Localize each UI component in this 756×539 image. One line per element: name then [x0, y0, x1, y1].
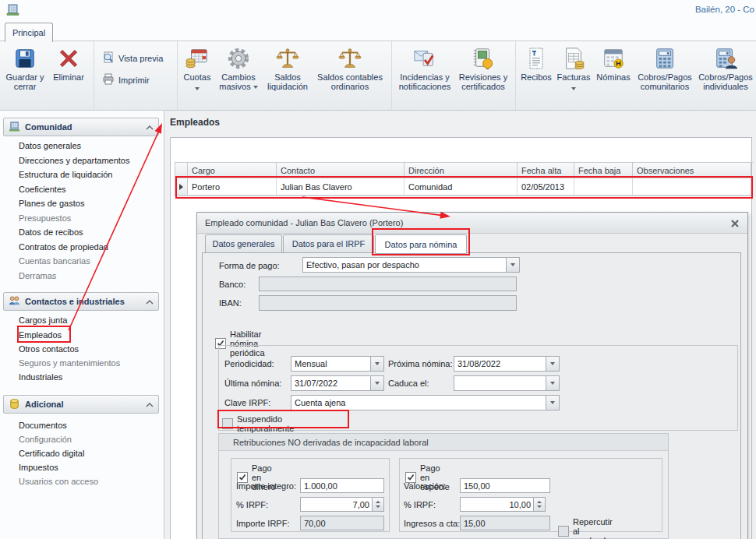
sidebar-group-comunidad[interactable]: Comunidad: [3, 118, 159, 136]
spinner-arrows-icon[interactable]: [372, 498, 383, 511]
clave-irpf-combobox[interactable]: Cuenta ajena: [291, 395, 560, 410]
sidebar-item-otros-contactos[interactable]: Otros contactos: [19, 344, 79, 356]
cell-fecha-alta[interactable]: 02/05/2013: [518, 178, 574, 196]
repercutir-checkbox[interactable]: Repercutir al empleado: [558, 517, 613, 539]
recibos-button[interactable]: Recibos: [518, 43, 554, 96]
calculator-icon: [653, 44, 677, 72]
dialog-title-bar[interactable]: Empleado comunidad - Julian Bas Clavero …: [197, 213, 747, 234]
sidebar-item-derramas[interactable]: Derramas: [19, 271, 56, 283]
pct-irpf-dinero-spinner[interactable]: 7,00: [300, 497, 384, 512]
sidebar-item-presupuestos[interactable]: Presupuestos: [19, 213, 71, 225]
importe-irpf-label: Importe IRPF:: [236, 519, 289, 528]
sidebar-item-coeficientes[interactable]: Coeficientes: [19, 185, 66, 196]
tab-principal[interactable]: Principal: [5, 23, 53, 42]
chevron-down-icon[interactable]: [370, 376, 383, 390]
forma-pago-label: Forma de pago:: [219, 261, 280, 270]
sidebar-item-estructura-liquidacion[interactable]: Estructura de liquidación: [19, 170, 112, 181]
forma-pago-combobox[interactable]: Efectivo, pasan por despacho: [302, 257, 520, 273]
sidebar-item-industriales[interactable]: Industriales: [19, 372, 62, 384]
revisiones-button[interactable]: Revisiones y certificados: [455, 43, 511, 96]
sidebar-item-configuracion[interactable]: Configuración: [19, 435, 72, 446]
column-header-fecha-alta[interactable]: Fecha alta: [518, 163, 574, 178]
sidebar-item-usuarios-acceso[interactable]: Usuarios con acceso: [19, 477, 98, 488]
saldos-liquidacion-button[interactable]: Saldos liquidación: [263, 43, 313, 96]
imprimir-button[interactable]: Imprimir: [97, 72, 168, 88]
sidebar-item-datos-generales[interactable]: Datos generales: [19, 141, 81, 153]
vista-previa-button[interactable]: Vista previa: [97, 51, 168, 66]
sidebar-item-cargos-junta[interactable]: Cargos junta: [19, 315, 67, 327]
cobros-pagos-comunitarios-button[interactable]: Cobros/Pagos comunitarios: [634, 43, 696, 96]
suspendido-checkbox[interactable]: Suspendido temporalmente: [222, 414, 294, 433]
tab-datos-irpf[interactable]: Datos para el IRPF: [283, 234, 374, 253]
proxima-nomina-label: Próxima nómina:: [388, 359, 453, 368]
importe-integro-label: Importe integro:: [236, 481, 296, 491]
column-header-observaciones[interactable]: Observaciones: [633, 163, 751, 178]
calculator-person-icon: [714, 44, 737, 72]
column-header-cargo[interactable]: Cargo: [188, 163, 277, 178]
table-row[interactable]: Portero Julian Bas Clavero Comunidad 02/…: [175, 178, 753, 196]
table-header-row: Cargo Contacto Dirección Fecha alta Fech…: [175, 163, 753, 178]
magnifier-page-icon: [102, 51, 115, 65]
sidebar-item-direcciones[interactable]: Direcciones y departamentos: [19, 156, 129, 167]
sidebar-item-planes-gastos[interactable]: Planes de gastos: [19, 199, 84, 210]
cell-contacto[interactable]: Julian Bas Clavero: [277, 178, 404, 196]
sidebar-item-empleados[interactable]: Empleados: [19, 330, 62, 342]
ultima-nomina-label: Última nómina:: [224, 379, 281, 388]
sidebar-item-datos-recibos[interactable]: Datos de recibos: [19, 227, 83, 239]
cell-direccion[interactable]: Comunidad: [404, 178, 518, 196]
incidencias-button[interactable]: Incidencias y notificaciones: [394, 43, 455, 96]
column-header-contacto[interactable]: Contacto: [277, 163, 404, 178]
cobros-pagos-individuales-button[interactable]: Cobros/Pagos individuales: [696, 43, 755, 96]
valoracion-label: Valoración:: [404, 481, 446, 491]
pct-irpf-especie-spinner[interactable]: 10,00: [460, 497, 546, 512]
ultima-nomina-datepicker[interactable]: 31/07/2022: [291, 375, 384, 391]
ingresos-cta-label: Ingresos a cta:: [404, 519, 460, 528]
sidebar-item-cuentas-bancarias[interactable]: Cuentas bancarias: [19, 256, 90, 268]
tab-datos-nomina[interactable]: Datos para nómina: [375, 234, 467, 254]
saldos-contables-button[interactable]: Saldos contables ordinarios: [313, 43, 387, 96]
sidebar-group-adicional[interactable]: Adicional: [3, 395, 159, 414]
sidebar-item-seguros[interactable]: Seguros y mantenimientos: [19, 358, 120, 370]
printer-icon: [102, 73, 115, 87]
close-icon[interactable]: [730, 218, 740, 228]
cell-observaciones[interactable]: [633, 178, 751, 196]
periodicidad-combobox[interactable]: Mensual: [291, 356, 384, 372]
chevron-down-icon[interactable]: [506, 258, 519, 272]
importe-integro-field[interactable]: 1.000,00: [300, 478, 384, 493]
valoracion-field[interactable]: 150,00: [460, 478, 550, 493]
sidebar-item-contratos-propiedad[interactable]: Contratos de propiedad: [19, 242, 108, 254]
spinner-arrows-icon[interactable]: [533, 498, 545, 511]
column-header-direccion[interactable]: Dirección: [404, 163, 518, 178]
cell-cargo[interactable]: Portero: [188, 178, 277, 196]
nominas-button[interactable]: Nóminas: [593, 43, 634, 96]
eliminar-button[interactable]: Eliminar: [48, 43, 90, 96]
caduca-el-datepicker[interactable]: [454, 375, 560, 391]
sidebar-item-certificado-digital[interactable]: Certificado digital: [19, 449, 84, 460]
chevron-down-icon[interactable]: [546, 376, 559, 390]
facturas-button[interactable]: Facturas: [554, 43, 593, 96]
row-arrow-icon: [179, 184, 183, 190]
checkbox-unchecked-icon[interactable]: [558, 526, 569, 537]
proxima-nomina-datepicker[interactable]: 31/08/2022: [454, 356, 560, 372]
chevron-up-icon: [146, 400, 154, 409]
cell-fecha-baja[interactable]: [574, 178, 633, 196]
receipt-icon: [527, 44, 546, 72]
invoice-coins-icon: [562, 44, 585, 72]
sidebar-group-contactos[interactable]: Contactos e industriales: [3, 292, 159, 311]
sidebar-item-documentos[interactable]: Documentos: [19, 421, 67, 432]
chevron-down-icon[interactable]: [546, 357, 559, 371]
column-header-fecha-baja[interactable]: Fecha baja: [574, 163, 633, 178]
checkbox-unchecked-icon[interactable]: [222, 418, 233, 429]
chevron-down-icon[interactable]: [546, 396, 559, 410]
chevron-down-icon[interactable]: [370, 357, 383, 371]
building-icon: [9, 121, 20, 134]
tab-datos-generales[interactable]: Datos generales: [205, 234, 282, 253]
window-title: Bailén, 20 - Co: [695, 5, 754, 14]
sidebar-item-impuestos[interactable]: Impuestos: [19, 463, 58, 474]
cambios-masivos-button[interactable]: Cambios masivos: [214, 43, 263, 96]
notebook-bell-icon: [472, 44, 495, 72]
ribbon-group-print: Vista previa Imprimir: [94, 41, 178, 111]
guardar-y-cerrar-button[interactable]: Guardar y cerrar: [2, 43, 48, 96]
red-x-icon: [58, 44, 79, 72]
cuotas-button[interactable]: Cuotas: [180, 43, 214, 96]
